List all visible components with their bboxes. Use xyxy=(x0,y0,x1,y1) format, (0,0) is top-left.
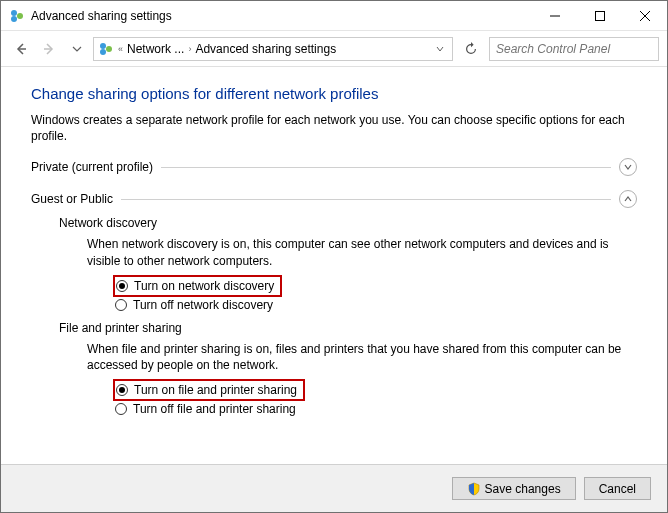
chevron-left-icon: « xyxy=(118,44,123,54)
group-title: File and printer sharing xyxy=(59,321,637,335)
save-changes-button[interactable]: Save changes xyxy=(452,477,576,500)
radio-fileprint-on[interactable]: Turn on file and printer sharing xyxy=(116,382,297,398)
shield-icon xyxy=(467,482,481,496)
breadcrumb-segment[interactable]: Advanced sharing settings xyxy=(195,42,336,56)
window-title: Advanced sharing settings xyxy=(31,9,172,23)
chevron-up-icon[interactable] xyxy=(619,190,637,208)
refresh-button[interactable] xyxy=(457,37,485,61)
breadcrumb-segment[interactable]: Network ... xyxy=(127,42,184,56)
cancel-button[interactable]: Cancel xyxy=(584,477,651,500)
svg-point-2 xyxy=(11,16,17,22)
highlight-box: Turn on network discovery xyxy=(113,275,282,297)
radio-label: Turn on network discovery xyxy=(134,279,274,293)
group-description: When network discovery is on, this compu… xyxy=(87,236,637,268)
section-label: Private (current profile) xyxy=(31,160,153,174)
chevron-down-icon[interactable] xyxy=(619,158,637,176)
svg-point-0 xyxy=(11,10,17,16)
minimize-button[interactable] xyxy=(532,2,577,30)
button-label: Save changes xyxy=(485,482,561,496)
footer: Save changes Cancel xyxy=(1,464,667,512)
radio-label: Turn on file and printer sharing xyxy=(134,383,297,397)
divider xyxy=(121,199,611,200)
svg-point-1 xyxy=(17,13,23,19)
radio-icon xyxy=(116,280,128,292)
svg-point-10 xyxy=(106,46,112,52)
recent-locations-button[interactable] xyxy=(65,37,89,61)
maximize-button[interactable] xyxy=(577,2,622,30)
svg-point-11 xyxy=(100,49,106,55)
close-button[interactable] xyxy=(622,2,667,30)
back-button[interactable] xyxy=(9,37,33,61)
radio-label: Turn off file and printer sharing xyxy=(133,402,296,416)
section-guest-public[interactable]: Guest or Public xyxy=(31,190,637,208)
navigation-bar: « Network ... › Advanced sharing setting… xyxy=(1,31,667,67)
content-area: Change sharing options for different net… xyxy=(1,67,667,464)
svg-point-9 xyxy=(100,43,106,49)
forward-button[interactable] xyxy=(37,37,61,61)
svg-rect-4 xyxy=(595,11,604,20)
chevron-right-icon: › xyxy=(188,44,191,54)
highlight-box: Turn on file and printer sharing xyxy=(113,379,305,401)
section-private[interactable]: Private (current profile) xyxy=(31,158,637,176)
group-file-printer-sharing: File and printer sharing When file and p… xyxy=(59,321,637,417)
group-description: When file and printer sharing is on, fil… xyxy=(87,341,637,373)
page-heading: Change sharing options for different net… xyxy=(31,85,637,102)
window-controls xyxy=(532,2,667,30)
search-box[interactable] xyxy=(489,37,659,61)
radio-icon xyxy=(116,384,128,396)
radio-label: Turn off network discovery xyxy=(133,298,273,312)
network-icon xyxy=(98,41,114,57)
radio-fileprint-off[interactable]: Turn off file and printer sharing xyxy=(115,401,637,417)
divider xyxy=(161,167,611,168)
breadcrumb-dropdown[interactable] xyxy=(432,45,448,53)
page-description: Windows creates a separate network profi… xyxy=(31,112,637,144)
breadcrumb[interactable]: « Network ... › Advanced sharing setting… xyxy=(93,37,453,61)
radio-icon xyxy=(115,299,127,311)
button-label: Cancel xyxy=(599,482,636,496)
network-icon xyxy=(9,8,25,24)
section-label: Guest or Public xyxy=(31,192,113,206)
title-bar: Advanced sharing settings xyxy=(1,1,667,31)
radio-discovery-off[interactable]: Turn off network discovery xyxy=(115,297,637,313)
radio-discovery-on[interactable]: Turn on network discovery xyxy=(116,278,274,294)
group-network-discovery: Network discovery When network discovery… xyxy=(59,216,637,312)
radio-icon xyxy=(115,403,127,415)
group-title: Network discovery xyxy=(59,216,637,230)
search-input[interactable] xyxy=(496,42,652,56)
